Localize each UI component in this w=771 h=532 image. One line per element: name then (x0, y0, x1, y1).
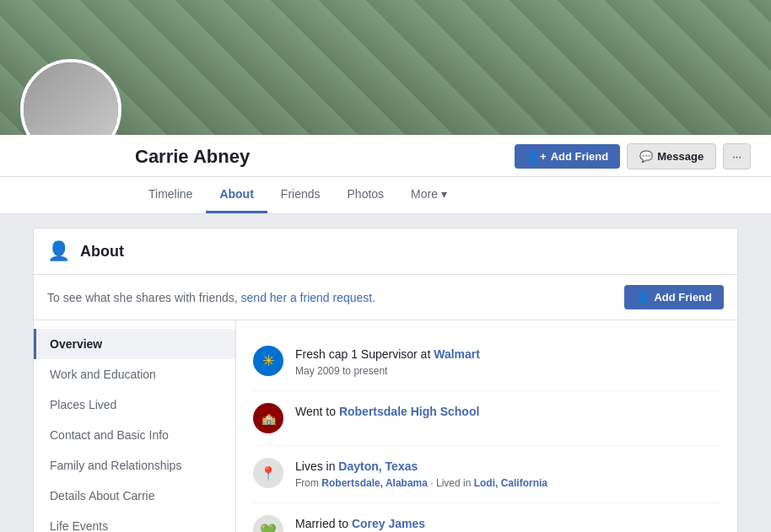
cover-photo (0, 0, 771, 135)
sidebar-item-contact-basic[interactable]: Contact and Basic Info (34, 420, 235, 450)
relationship-entry-main: Married to Corey James (295, 515, 425, 532)
walmart-icon: ✳ (253, 346, 283, 376)
message-icon: 💬 (639, 150, 653, 163)
location-city-link[interactable]: Dayton, Texas (338, 459, 418, 473)
partner-link[interactable]: Corey James (352, 517, 425, 530)
profile-header: Carrie Abney 👤+ Add Friend 💬 Message ···… (0, 0, 771, 214)
sidebar-item-work-education[interactable]: Work and Education (34, 359, 235, 390)
friend-notice-text: To see what she shares with friends, sen… (47, 291, 375, 304)
avatar-image (24, 62, 118, 135)
profile-tabs: Timeline About Friends Photos More ▾ (0, 176, 771, 213)
school-entry: 🏫 Went to Robertsdale High School (253, 391, 720, 446)
about-person-icon: 👤 (47, 240, 70, 262)
tab-more[interactable]: More ▾ (397, 177, 461, 213)
school-link[interactable]: Robertsdale High School (339, 405, 479, 418)
location-entry-sub: From Robertsdale, Alabama · Lived in Lod… (295, 476, 547, 491)
about-card-header: 👤 About (34, 228, 737, 275)
relationship-icon-wrap: 💚 (253, 515, 283, 532)
chevron-down-icon: ▾ (441, 187, 447, 201)
tab-photos[interactable]: Photos (334, 177, 398, 213)
about-sidebar: Overview Work and Education Places Lived… (34, 320, 236, 532)
friend-notice: To see what she shares with friends, sen… (34, 275, 737, 320)
location-entry-main: Lives in Dayton, Texas (295, 458, 547, 476)
add-friend-notice-button[interactable]: 👤 Add Friend (624, 285, 724, 309)
message-label: Message (657, 150, 704, 163)
walmart-link[interactable]: Walmart (434, 347, 480, 361)
tab-about[interactable]: About (206, 177, 267, 213)
friend-request-link[interactable]: send her a friend request. (241, 291, 376, 304)
hometown-link[interactable]: Robertsdale, Alabama (321, 477, 428, 489)
add-friend-button[interactable]: 👤+ Add Friend (515, 144, 620, 169)
main-content: 👤 About To see what she shares with frie… (23, 228, 748, 532)
work-entry: ✳ Fresh cap 1 Supervisor at Walmart May … (253, 334, 720, 391)
school-entry-main: Went to Robertsdale High School (295, 403, 479, 421)
sidebar-item-overview[interactable]: Overview (34, 329, 235, 359)
add-friend-label: Add Friend (551, 150, 609, 163)
sidebar-item-places-lived[interactable]: Places Lived (34, 390, 235, 420)
sidebar-item-family-relationships[interactable]: Family and Relationships (34, 450, 235, 481)
location-icon: 📍 (260, 465, 277, 481)
message-button[interactable]: 💬 Message (627, 143, 716, 169)
about-body: Overview Work and Education Places Lived… (34, 320, 737, 532)
walmart-spark-icon: ✳ (262, 352, 275, 370)
profile-actions: 👤+ Add Friend 💬 Message ··· (515, 143, 751, 169)
relationship-icon: 💚 (260, 523, 277, 533)
work-entry-sub: May 2009 to present (295, 363, 480, 379)
tab-friends[interactable]: Friends (267, 177, 334, 213)
more-options-button[interactable]: ··· (723, 143, 751, 169)
profile-name: Carrie Abney (135, 146, 250, 168)
sidebar-item-life-events[interactable]: Life Events (34, 511, 235, 532)
profile-info-row: Carrie Abney 👤+ Add Friend 💬 Message ··· (0, 135, 771, 176)
relationship-entry: 💚 Married to Corey James Since December … (253, 503, 720, 532)
school-icon: 🏫 (261, 411, 276, 425)
about-title: About (80, 243, 124, 261)
location-entry: 📍 Lives in Dayton, Texas From Robertsdal… (253, 446, 720, 503)
location-entry-text: Lives in Dayton, Texas From Robertsdale,… (295, 458, 547, 491)
add-friend-notice-icon: 👤 (636, 291, 650, 304)
work-entry-text: Fresh cap 1 Supervisor at Walmart May 20… (295, 346, 480, 379)
add-friend-icon: 👤+ (526, 150, 547, 163)
school-icon-wrap: 🏫 (253, 403, 283, 433)
about-main: ✳ Fresh cap 1 Supervisor at Walmart May … (236, 320, 737, 532)
more-dots-icon: ··· (732, 150, 741, 163)
more-tab-label: More (411, 187, 438, 201)
relationship-entry-text: Married to Corey James Since December 9,… (295, 515, 425, 532)
school-entry-text: Went to Robertsdale High School (295, 403, 479, 421)
sidebar-item-details[interactable]: Details About Carrie (34, 481, 235, 511)
add-friend-notice-label: Add Friend (654, 291, 712, 304)
tab-timeline[interactable]: Timeline (135, 177, 206, 213)
about-card: 👤 About To see what she shares with frie… (33, 228, 738, 532)
work-entry-main: Fresh cap 1 Supervisor at Walmart (295, 346, 480, 363)
location-icon-wrap: 📍 (253, 458, 283, 488)
lived-in-link[interactable]: Lodi, California (474, 477, 547, 489)
